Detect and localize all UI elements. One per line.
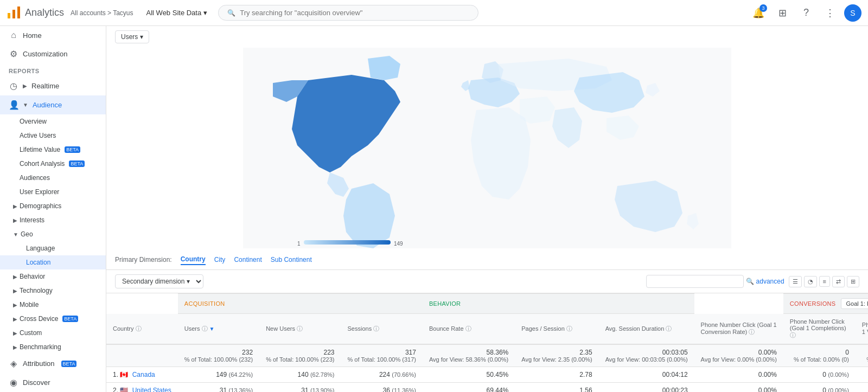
totals-row: 232 % of Total: 100.00% (232) 223 % of T… [106,344,868,367]
total-goal-value-pct: % of Total: 0.00% ($0.00) [862,356,868,363]
reports-label: REPORTS [0,63,106,76]
language-label: Language [26,245,55,252]
country-link[interactable]: United States [132,387,171,392]
users-label: Users [184,325,200,332]
sidebar-subsubitem-location[interactable]: Location [0,255,106,269]
users-dropdown-button[interactable]: Users ▾ [115,30,149,43]
goal-select[interactable]: Goal 1: Phone Number Click [841,298,868,309]
sidebar-subitem-user-explorer[interactable]: User Explorer [0,185,106,199]
secondary-dimension-select[interactable]: Secondary dimension ▾ [115,274,203,288]
sidebar-subitem-technology[interactable]: ▶ Technology [0,284,106,298]
total-new-users-pct: % of Total: 100.00% (223) [266,356,334,363]
info-icon[interactable]: ⓘ [297,325,303,332]
attribution-label: Attribution [23,359,55,368]
custom-label: Custom [20,329,42,337]
country-link[interactable]: Canada [132,371,155,378]
user-explorer-label: User Explorer [20,188,59,196]
sidebar-subitem-lifetime-value[interactable]: Lifetime Value BETA [0,143,106,157]
pivot-view-button[interactable]: ⊞ [847,276,859,287]
svg-text:1: 1 [297,241,301,247]
sidebar-item-audience[interactable]: 👤 ▼ Audience [0,95,106,114]
dim-tab-sub-continent[interactable]: Sub Continent [271,255,312,265]
customization-icon: ⚙ [9,49,18,59]
sidebar-subitem-overview[interactable]: Overview [0,114,106,128]
chevron-right-icon: ▶ [13,330,17,336]
more-options-button[interactable]: ⋮ [820,3,840,23]
info-icon[interactable]: ⓘ [666,325,672,332]
sidebar-subitem-demographics[interactable]: ▶ Demographics [0,199,106,213]
info-icon[interactable]: ⓘ [136,325,142,332]
avatar[interactable]: S [844,4,861,22]
attribution-icon: ◈ [9,358,18,369]
info-icon[interactable]: ⓘ [465,325,471,332]
notifications-button[interactable]: 🔔 3 [749,3,768,23]
users-col-header: Users ⓘ ▼ [178,314,259,345]
total-avg-session: 00:03:05 Avg for View: 00:03:05 (0.00%) [599,344,694,367]
cross-device-label: Cross Device [20,315,58,323]
breadcrumb: All accounts > Tacyus [71,9,133,17]
svg-rect-1 [12,10,15,18]
row-goal-value: $0.00 (0.00%) [856,383,868,393]
sidebar-subitem-behavior[interactable]: ▶ Behavior [0,269,106,284]
advanced-link[interactable]: advanced [756,278,784,285]
sidebar-subitem-mobile[interactable]: ▶ Mobile [0,298,106,312]
svg-rect-2 [17,7,20,18]
info-icon[interactable]: ⓘ [566,325,572,332]
row-completions: 0 (0.00%) [783,367,856,383]
behavior-header: Behavior [423,294,694,314]
new-users-col-header: New Users ⓘ [259,314,341,345]
sidebar-subitem-interests[interactable]: ▶ Interests [0,213,106,227]
apps-button[interactable]: ⊞ [773,3,792,23]
sidebar-subitem-audiences[interactable]: Audiences [0,171,106,185]
sidebar-subitem-active-users[interactable]: Active Users [0,128,106,143]
account-selector[interactable]: All Web Site Data ▾ [142,7,212,19]
row-rank: 1. [113,371,118,378]
info-icon[interactable]: ⓘ [790,332,796,338]
sidebar-subitem-custom[interactable]: ▶ Custom [0,326,106,340]
sidebar-subitem-benchmarking[interactable]: ▶ Benchmarking [0,340,106,354]
advanced-search: 🔍 advanced [646,275,784,288]
world-map: 1 149 [115,48,859,248]
sidebar-item-home[interactable]: ⌂ Home [0,26,106,44]
dim-tab-continent[interactable]: Continent [234,255,261,265]
total-bounce-rate-value: 58.36% [487,349,509,356]
sidebar-item-customization[interactable]: ⚙ Customization [0,44,106,63]
dim-tab-city[interactable]: City [214,255,226,265]
map-container: Users ▾ [106,26,868,250]
performance-view-button[interactable]: ≡ [819,276,830,287]
total-completions-value: 0 [845,349,849,356]
total-label [106,344,178,367]
table-view-button[interactable]: ☰ [789,276,802,287]
comparison-view-button[interactable]: ⇄ [832,276,845,287]
dim-tab-country[interactable]: Country [181,254,206,265]
sidebar-item-label: Audience [33,101,62,109]
pie-view-button[interactable]: ◔ [804,276,817,287]
total-users-pct: % of Total: 100.00% (232) [184,356,253,363]
sidebar-item-discover[interactable]: ◉ Discover [0,373,106,392]
sidebar-subsubitem-language[interactable]: Language [0,241,106,255]
conv-rate-label: Phone Number Click (Goal 1 Conversion Ra… [701,322,777,335]
total-sessions-value: 317 [405,349,416,356]
sidebar-subitem-cross-device[interactable]: ▶ Cross Device BETA [0,312,106,326]
help-button[interactable]: ? [796,3,816,23]
new-users-label: New Users [266,325,295,332]
table-search-input[interactable] [646,275,744,288]
total-conv-rate-value: 0.00% [758,349,777,356]
row-sessions: 36 (11.36%) [341,383,423,393]
sidebar-item-attribution[interactable]: ◈ Attribution BETA [0,354,106,373]
app-name: Analytics [25,7,64,18]
goal-value-label: Phone Number Click (Goal 1 Value) [862,322,868,335]
row-bounce-rate: 69.44% [423,383,515,393]
info-icon[interactable]: ⓘ [749,329,755,335]
row-goal-value: $0.00 (0.00%) [856,367,868,383]
analytics-logo-icon [7,5,22,21]
sidebar-subitem-geo[interactable]: ▼ Geo [0,227,106,241]
info-icon[interactable]: ⓘ [373,325,379,332]
total-new-users-value: 223 [324,349,335,356]
sidebar-item-realtime[interactable]: ◷ ▶ Realtime [0,76,106,95]
sidebar-item-label: Realtime [31,82,59,90]
search-input[interactable] [240,9,469,17]
info-icon[interactable]: ⓘ [202,325,208,332]
sidebar-subitem-cohort-analysis[interactable]: Cohort Analysis BETA [0,157,106,171]
beta-badge: BETA [62,316,78,322]
